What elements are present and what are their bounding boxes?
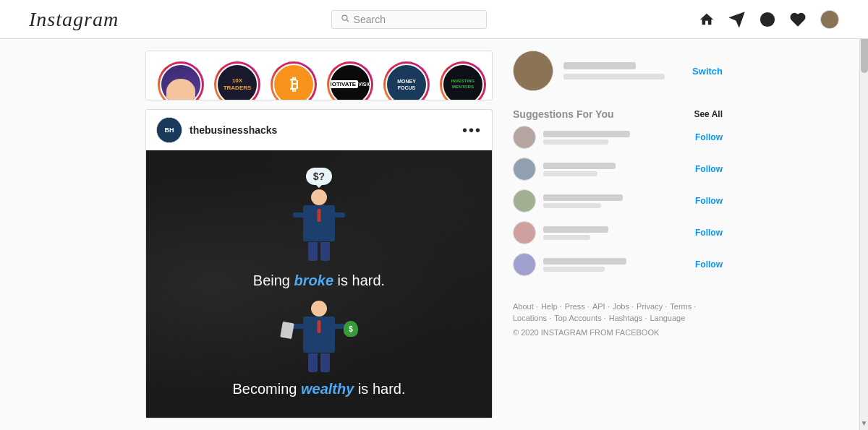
story-item[interactable]: INVESTINGMENTORS investingm...: [440, 61, 486, 100]
suggestion-left: [513, 158, 616, 181]
story-item[interactable]: MONEYFOCUS money.focus: [383, 61, 430, 100]
stories-scroll: sushrutkm 10XTRADERS 10xtraders ₿ bitcoi…: [146, 61, 492, 100]
suggestion-item: Follow: [513, 158, 723, 181]
post-card: BH thebusinesshacks ••• $?: [145, 109, 493, 418]
story-item[interactable]: MOTIVATE VISION motivate_vi...: [327, 61, 373, 100]
svg-line-1: [346, 20, 349, 22]
leg-right-wealthy: [320, 353, 330, 372]
story-avatar: MONEYFOCUS: [386, 64, 427, 100]
post-header: BH thebusinesshacks •••: [146, 110, 492, 150]
story-ring: ₿: [271, 61, 317, 100]
suggestions-title: Suggestions For You: [513, 108, 614, 120]
suggestion-avatar: [513, 158, 536, 181]
story-item[interactable]: sushrutkm: [158, 61, 204, 100]
story-avatar: MOTIVATE VISION: [329, 64, 371, 100]
story-item[interactable]: ₿ bitcoin.page: [271, 61, 317, 100]
story-ring: [158, 61, 204, 100]
body: [303, 205, 335, 241]
story-avatar: ₿: [273, 64, 315, 100]
body-container: [303, 205, 335, 241]
follow-button[interactable]: Follow: [695, 164, 723, 174]
caption-wealthy-highlight: wealthy: [301, 381, 354, 397]
heart-icon[interactable]: [790, 12, 806, 27]
tie: [318, 209, 321, 222]
search-icon: [341, 14, 349, 25]
search-bar[interactable]: [331, 10, 487, 29]
suggestion-name: [543, 226, 608, 233]
footer-link-top-accounts[interactable]: Top Accounts: [554, 314, 606, 322]
suggestion-left: [513, 126, 630, 149]
person-figure-top: [303, 189, 335, 261]
page-scrollbar[interactable]: ▲ ▼: [859, 0, 868, 430]
story-ring: MONEYFOCUS: [383, 61, 430, 100]
footer-link-jobs[interactable]: Jobs: [613, 302, 634, 311]
scroll-down-arrow[interactable]: ▼: [860, 416, 868, 430]
sidebar-realname-blur: [563, 74, 665, 79]
suggestion-info: [543, 131, 630, 145]
suggestion-name: [543, 258, 626, 265]
profile-avatar[interactable]: [820, 10, 839, 29]
suggestion-avatar: [513, 126, 536, 149]
suggestion-info: [543, 226, 608, 240]
follow-button[interactable]: Follow: [695, 259, 723, 270]
head-wealthy: [311, 301, 327, 317]
footer-link-about[interactable]: About: [513, 302, 538, 311]
direct-icon[interactable]: [729, 12, 745, 27]
sidebar-avatar: [513, 51, 553, 91]
follow-button[interactable]: Follow: [695, 196, 723, 206]
suggestion-sub: [543, 235, 590, 240]
story-item[interactable]: 10XTRADERS 10xtraders: [214, 61, 260, 100]
stories-container: sushrutkm 10XTRADERS 10xtraders ₿ bitcoi…: [145, 51, 493, 100]
post-image-content: $?: [146, 153, 492, 415]
post-user: BH thebusinesshacks: [156, 117, 277, 143]
suggestions-section: Suggestions For You See All Follow: [513, 108, 723, 285]
suggestion-left: [513, 189, 623, 212]
person-figure-bottom: $: [303, 301, 335, 372]
footer-link-terms[interactable]: Terms: [670, 302, 696, 311]
suggestion-avatar: [513, 253, 536, 276]
suggestion-sub: [543, 171, 597, 176]
svg-point-0: [342, 15, 347, 20]
explore-icon[interactable]: [760, 12, 775, 27]
footer-links: About Help Press API Jobs Privacy Terms …: [513, 302, 723, 322]
suggestion-avatar: [513, 189, 536, 212]
search-input[interactable]: [354, 14, 477, 25]
leg-left-wealthy: [308, 353, 318, 372]
money-bag: $: [344, 321, 358, 337]
see-all-button[interactable]: See All: [694, 109, 723, 119]
footer-link-privacy[interactable]: Privacy: [637, 302, 667, 311]
suggestion-name: [543, 163, 616, 169]
suggestion-item: Follow: [513, 253, 723, 276]
post-more-button[interactable]: •••: [462, 123, 482, 137]
leg-left: [308, 242, 318, 261]
switch-button[interactable]: Switch: [692, 66, 723, 77]
story-ring: MOTIVATE VISION: [327, 61, 373, 100]
post-username: thebusinesshacks: [190, 124, 277, 136]
suggestion-sub: [543, 267, 605, 272]
legs: [308, 242, 330, 261]
nav-icons: [699, 10, 839, 29]
sidebar-user: Switch: [513, 51, 723, 97]
top-navigation: Instagram: [0, 0, 868, 39]
footer-link-hashtags[interactable]: Hashtags: [609, 314, 647, 322]
clipboard: [280, 322, 294, 339]
suggestion-info: [543, 194, 623, 208]
suggestion-left: [513, 221, 608, 244]
footer-copyright: © 2020 INSTAGRAM FROM FACEBOOK: [513, 328, 723, 337]
figure-wealthy: $: [303, 301, 335, 372]
suggestion-info: [543, 258, 626, 272]
suggestion-info: [543, 163, 616, 176]
footer-link-api[interactable]: API: [592, 302, 610, 311]
caption-broke: Being broke is hard.: [253, 272, 385, 289]
footer-link-language[interactable]: Language: [650, 314, 685, 322]
story-avatar: 10XTRADERS: [216, 64, 258, 100]
footer-link-locations[interactable]: Locations: [513, 314, 551, 322]
suggestion-avatar: [513, 221, 536, 244]
footer-link-help[interactable]: Help: [541, 302, 562, 311]
follow-button[interactable]: Follow: [695, 132, 723, 142]
home-icon[interactable]: [699, 12, 715, 27]
follow-button[interactable]: Follow: [695, 228, 723, 238]
caption-broke-highlight: broke: [294, 272, 333, 288]
story-ring: INVESTINGMENTORS: [440, 61, 486, 100]
footer-link-press[interactable]: Press: [565, 302, 590, 311]
